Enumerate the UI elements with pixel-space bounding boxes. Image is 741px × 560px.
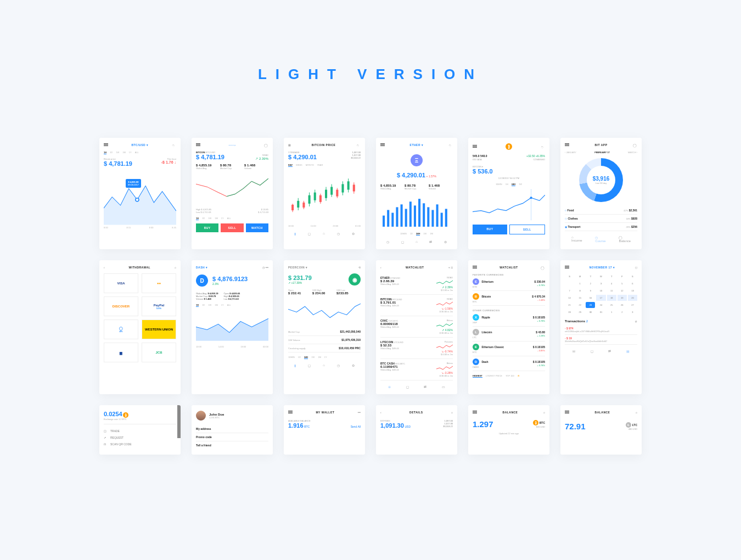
- bottom-nav[interactable]: ⌂Income◷Course◯Balance: [565, 236, 637, 243]
- calendar-day[interactable]: 7: [565, 288, 574, 294]
- menu-item[interactable]: Tell a friend: [196, 441, 268, 449]
- menu-icon[interactable]: [288, 411, 293, 414]
- sell-button[interactable]: SELL: [509, 225, 545, 234]
- back-icon[interactable]: ‹: [380, 411, 381, 414]
- calendar-icon[interactable]: ▦: [288, 143, 291, 147]
- calendar-day[interactable]: 1: [575, 281, 585, 287]
- calendar-day[interactable]: 18: [607, 295, 616, 301]
- buy-button[interactable]: BUY: [473, 225, 507, 234]
- action-item[interactable]: ◫TRADE: [104, 428, 176, 434]
- menu-item[interactable]: My address: [196, 425, 268, 433]
- calendar-day[interactable]: 31: [596, 309, 605, 315]
- calendar-day[interactable]: 6: [628, 281, 637, 287]
- watchlist-row[interactable]: BTC CASH BCC/BTC0.11959471Global Avg. $4…: [380, 359, 453, 380]
- payment-option[interactable]: ●●: [142, 273, 176, 293]
- calendar-day[interactable]: 23: [586, 302, 595, 308]
- user-icon[interactable]: [633, 143, 637, 147]
- currency-row[interactable]: E EtheriumETH$ 230.04+ 0.78%: [473, 276, 545, 291]
- currency-row[interactable]: L LitecoinLTC$ 43.80+ 2.28%: [473, 327, 545, 341]
- time-tabs[interactable]: 1H1D1W1M1YALL: [104, 151, 176, 154]
- payment-option[interactable]: VISA: [104, 273, 138, 293]
- calendar-day[interactable]: 1: [607, 309, 616, 315]
- bookmark-icon[interactable]: ◻: [635, 266, 637, 269]
- payment-option[interactable]: PayPal5.5%: [142, 296, 176, 316]
- calendar-day[interactable]: 24: [596, 302, 605, 308]
- bell-icon[interactable]: [541, 145, 545, 148]
- bottom-nav[interactable]: ⊞◻⇄▦: [565, 349, 637, 353]
- transaction-row[interactable]: - $ 1933cbHaNwoRbQdOc82nQhei8nek8dhSd67: [565, 335, 637, 345]
- menu-item[interactable]: Promo code: [196, 433, 268, 441]
- send-all-link[interactable]: Send All: [351, 425, 361, 428]
- calendar-day[interactable]: 16: [586, 295, 595, 301]
- period-tabs[interactable]: 10MIN1D24H1W1M: [380, 232, 453, 236]
- calendar-day[interactable]: 13: [628, 288, 637, 294]
- sell-button[interactable]: SELL: [221, 223, 243, 232]
- buy-button[interactable]: BUY: [196, 223, 218, 232]
- payment-option[interactable]: DISCOVER: [104, 296, 138, 316]
- sort-tabs[interactable]: HIGHESTLOWEST PRICETOP 100⚙: [473, 374, 545, 378]
- coin-selector[interactable]: DASH ▾: [196, 266, 208, 269]
- search-icon[interactable]: ⌕: [543, 411, 545, 414]
- calendar-day[interactable]: 22: [575, 302, 585, 308]
- back-icon[interactable]: ‹: [104, 266, 105, 269]
- clock-icon[interactable]: ◷: [262, 266, 265, 269]
- period-tabs[interactable]: 10MIN1D24H1W1M1Y: [288, 356, 361, 359]
- bell-icon[interactable]: [448, 143, 453, 147]
- menu-icon[interactable]: [380, 143, 385, 147]
- menu-icon[interactable]: [565, 143, 569, 147]
- search-icon[interactable]: ⌕: [636, 411, 637, 414]
- currency-row[interactable]: X RippleXRP$ 0.18105+ 0.78%: [473, 312, 545, 327]
- calendar-day[interactable]: 3: [628, 309, 637, 315]
- user-icon[interactable]: [541, 266, 545, 269]
- bottom-nav[interactable]: ▮◻⌂◷⚙: [288, 232, 361, 236]
- calendar-day[interactable]: 2: [618, 309, 627, 315]
- calendar-day[interactable]: 28: [565, 309, 574, 315]
- month-selector[interactable]: NOVEMBER 17 ▾: [590, 266, 615, 269]
- calendar-day[interactable]: 5: [618, 281, 627, 287]
- bell-icon[interactable]: [356, 143, 361, 147]
- currency-row[interactable]: E Etherium ClassicETC$ 0.18105- 0.89%: [473, 341, 545, 356]
- watchlist-row[interactable]: BITCOIN BTC/USD$ 3,791.01Global Avg. $49…: [380, 295, 453, 316]
- currency-row[interactable]: D DashDASH$ 0.18105+ 0.78%: [473, 356, 545, 371]
- calendar-day[interactable]: 25: [607, 302, 616, 308]
- calendar-day[interactable]: 11: [607, 288, 616, 294]
- settings-icon[interactable]: ⚌: [451, 266, 453, 269]
- calendar-day[interactable]: 3: [596, 281, 605, 287]
- pair-selector[interactable]: BTC/USD ▾: [131, 143, 148, 147]
- more-icon[interactable]: •••: [358, 411, 361, 414]
- calendar-day[interactable]: 20: [628, 295, 637, 301]
- calendar-day[interactable]: 9: [586, 288, 595, 294]
- menu-icon[interactable]: [473, 411, 477, 414]
- payment-option[interactable]: WESTERN UNION: [142, 320, 176, 339]
- refresh-icon[interactable]: ⟲: [358, 266, 361, 269]
- payment-option[interactable]: JCB: [142, 343, 176, 362]
- menu-icon[interactable]: [196, 143, 200, 147]
- search-icon[interactable]: ⌕: [635, 320, 637, 323]
- calendar-day[interactable]: 17: [596, 295, 605, 301]
- transaction-row[interactable]: - $ 974mKD2B6ivejfeLx237Y886v8HSOPRcjFiU…: [565, 325, 637, 335]
- search-icon[interactable]: ⌕: [451, 411, 453, 414]
- watch-button[interactable]: WATCH: [246, 223, 268, 232]
- payment-option[interactable]: ▆: [104, 343, 138, 362]
- calendar-day[interactable]: 27: [628, 302, 637, 308]
- calendar-day[interactable]: 15: [575, 295, 585, 301]
- calendar-day[interactable]: [565, 281, 574, 287]
- more-icon[interactable]: •••: [266, 266, 268, 269]
- watchlist-row[interactable]: ETHER ETH/USD$ 2.66.39Global Avg. $49.44…: [380, 273, 453, 295]
- user-icon[interactable]: [264, 143, 268, 147]
- action-item[interactable]: ↗REQUEST: [104, 434, 176, 441]
- menu-icon[interactable]: [565, 411, 569, 414]
- menu-icon[interactable]: [473, 145, 477, 148]
- calendar-day[interactable]: 10: [596, 288, 605, 294]
- category-row[interactable]: ○ Food42% $2,561: [565, 206, 637, 215]
- menu-icon[interactable]: [104, 143, 108, 147]
- calendar-grid[interactable]: SMTWTFS123456789101112131415161718192021…: [565, 273, 637, 315]
- add-icon[interactable]: +: [448, 266, 450, 269]
- calendar-day[interactable]: 19: [618, 295, 627, 301]
- calendar-day[interactable]: 12: [618, 288, 627, 294]
- calendar-day[interactable]: 30: [586, 309, 595, 315]
- period-tabs[interactable]: 1H1D1W1M1YALL: [196, 304, 268, 307]
- watchlist-row[interactable]: CIVIC CVC/BTC0.00009118Global Avg. $49.4…: [380, 316, 453, 338]
- category-row[interactable]: ◉ Transport20% $256: [565, 223, 637, 231]
- calendar-day[interactable]: 29: [575, 309, 585, 315]
